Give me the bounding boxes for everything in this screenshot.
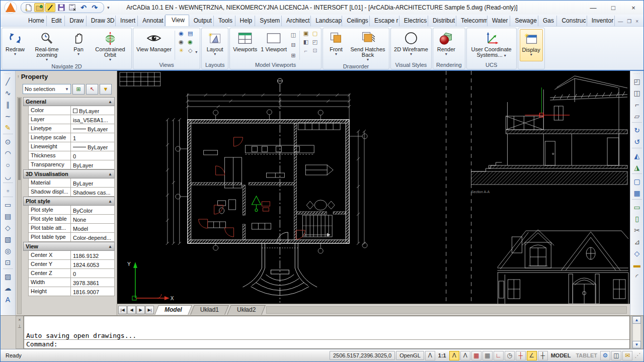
property-row[interactable]: Lineweight ByLayer	[28, 142, 115, 151]
undo-icon[interactable]: ↶	[78, 3, 89, 12]
property-row[interactable]: Center Z 0	[28, 269, 115, 278]
save-as-icon[interactable]	[67, 3, 77, 12]
split-3-icon[interactable]: ⊟	[289, 41, 297, 49]
tab-electrics[interactable]: Electrics	[399, 16, 428, 26]
select-similar-icon[interactable]: ▢	[631, 176, 642, 187]
sun-view-icon[interactable]: ✳	[177, 47, 185, 54]
mirror-3d-icon[interactable]: ◮	[631, 162, 642, 173]
mail-icon[interactable]: ✉	[622, 351, 632, 360]
new-file-icon[interactable]: ✳	[23, 3, 33, 12]
annotation-monitor-icon[interactable]: Λ	[425, 351, 435, 360]
render-button[interactable]: Render ▾	[435, 29, 458, 61]
cube-view-icon[interactable]: ◇	[186, 47, 194, 54]
tab-home[interactable]: Home	[24, 16, 47, 26]
tab-landscape[interactable]: Landscap	[311, 16, 342, 26]
property-row[interactable]: Linetype scale 1	[28, 133, 115, 142]
property-row[interactable]: Shadow displ... Shadows cas...	[28, 188, 115, 197]
elliptical-arc-icon[interactable]: ◡	[3, 171, 14, 182]
arc-icon[interactable]: ◠	[3, 148, 14, 159]
redo-icon[interactable]: ↷	[90, 3, 100, 12]
polyline-icon[interactable]: ∿	[3, 87, 14, 99]
tab-gas[interactable]: Gas	[538, 16, 557, 26]
tab-annotate[interactable]: Annotat	[138, 16, 165, 26]
snap-icon[interactable]: ▦	[471, 351, 481, 360]
property-row[interactable]: Plot style table None	[28, 215, 115, 224]
tab-draw3d[interactable]: Draw 3D	[87, 16, 116, 26]
coordinates-display[interactable]: 2506.5157,2396.3025,0	[330, 351, 395, 360]
view-manager-button[interactable]: View Manager	[135, 29, 173, 61]
command-prompt[interactable]: Command:	[24, 339, 629, 348]
command-window[interactable]: Auto saving open drawings...Substituting…	[24, 316, 630, 349]
property-row[interactable]: Color ByLayer	[28, 106, 115, 115]
redraw-button[interactable]: Redraw ▾	[4, 29, 27, 63]
resize-grip[interactable]: ⋰	[633, 352, 641, 359]
copy-icon[interactable]: ◰	[631, 76, 642, 87]
box-3d-icon[interactable]: ⊿	[631, 236, 642, 247]
spline-icon[interactable]: ∼	[3, 111, 14, 122]
rotate-icon[interactable]: ↻	[631, 125, 642, 136]
property-row[interactable]: Width 3978.3861	[28, 278, 115, 287]
region-icon[interactable]: ▧	[3, 234, 14, 245]
split-2v-icon[interactable]: ◫	[289, 31, 297, 39]
doc-minimize-icon[interactable]: —	[618, 19, 623, 24]
one-viewport-button[interactable]: 1 Viewport	[259, 29, 288, 61]
section-plot-style[interactable]: Plot style▲	[23, 197, 115, 206]
extend-icon[interactable]: ▯	[631, 213, 642, 224]
trim-icon[interactable]: ✂	[631, 225, 642, 236]
section-general[interactable]: General▲	[23, 97, 115, 106]
maximize-icon[interactable]: □	[603, 1, 623, 14]
display-button[interactable]: ✳ Display ▾	[520, 29, 543, 61]
tab-distribution[interactable]: Distribut	[428, 16, 456, 26]
last-sheet-button[interactable]: ▶|	[145, 306, 154, 314]
property-row[interactable]: Layer isa_V5E8A1...	[28, 115, 115, 124]
move-icon[interactable]: ▱	[631, 111, 642, 122]
osnap-icon[interactable]: ┼	[516, 351, 526, 360]
tab-water[interactable]: Water	[488, 16, 511, 26]
scroll-down-icon[interactable]: ▼	[632, 341, 641, 348]
split-4-icon[interactable]: ⊞	[289, 52, 297, 59]
scroll-up-icon[interactable]: ▲	[632, 316, 641, 324]
property-row[interactable]: Plot style ByColor	[28, 206, 115, 215]
layout-button[interactable]: ✳ Layout ▾	[203, 29, 226, 61]
ortho-icon[interactable]: ∟	[494, 351, 504, 360]
toolbar-grip[interactable]: ····	[5, 72, 11, 75]
cascade-windows-icon[interactable]: ◫	[611, 351, 621, 360]
ucs-button[interactable]: User Coordinate Systems... ▾	[468, 29, 515, 61]
ellipse-icon[interactable]: ○	[3, 159, 14, 170]
auto-annotation-icon[interactable]: Λ	[460, 351, 470, 360]
tab-output[interactable]: Output	[189, 16, 214, 26]
annotation-visibility-icon[interactable]: Λ	[449, 351, 459, 360]
selection-filter-icon[interactable]: ▼	[100, 84, 112, 95]
vp-lock-icon[interactable]: ▣	[302, 30, 310, 37]
rotate-reference-icon[interactable]: ↺	[631, 136, 642, 147]
send-hatches-back-button[interactable]: Send Hatches Back ▾	[348, 29, 387, 63]
array-icon[interactable]: ▦	[631, 188, 642, 199]
property-row[interactable]: Center Y 1824.6053	[28, 260, 115, 269]
sketch-icon[interactable]: ✎	[3, 122, 14, 133]
tab-tools[interactable]: Tools	[214, 16, 235, 26]
command-scrollbar[interactable]: ▲ ▼	[630, 316, 643, 349]
constrained-orbit-button[interactable]: Constrained Orbit ▾	[91, 29, 130, 63]
pin-command-icon[interactable]: ⊥	[18, 324, 22, 329]
tab-ceilings[interactable]: Ceilings	[342, 16, 370, 26]
zoom-view-icon[interactable]: ◉	[177, 38, 185, 46]
polar-icon[interactable]: ◷	[505, 351, 515, 360]
ucs-view-icon[interactable]: ◉	[186, 38, 194, 46]
tab-escape-routes[interactable]: Escape r	[370, 16, 399, 26]
rectangle-icon[interactable]: ▭	[3, 199, 14, 210]
chevron-down-icon[interactable]: ▾	[195, 50, 198, 61]
sheet-tab-uklad1[interactable]: Układ1	[192, 305, 227, 315]
grid-icon[interactable]: ▦	[482, 351, 493, 360]
point-icon[interactable]: ▫	[3, 185, 14, 196]
front-button[interactable]: Front ▾	[325, 29, 348, 63]
quick-deselect-icon[interactable]: ↖	[86, 84, 98, 95]
polygon-icon[interactable]: ◇	[3, 222, 14, 233]
panel-grip[interactable]: ⁞	[18, 75, 19, 78]
doc-close-icon[interactable]: ×	[635, 19, 638, 24]
model-toggle[interactable]: MODEL	[549, 351, 573, 360]
tab-help[interactable]: Help	[235, 16, 256, 26]
tab-system[interactable]: System	[255, 16, 282, 26]
vp-light-icon[interactable]: ▢	[311, 30, 319, 37]
qat-customize-icon[interactable]: ▾	[107, 5, 110, 10]
tab-draw[interactable]: Draw	[65, 16, 87, 26]
